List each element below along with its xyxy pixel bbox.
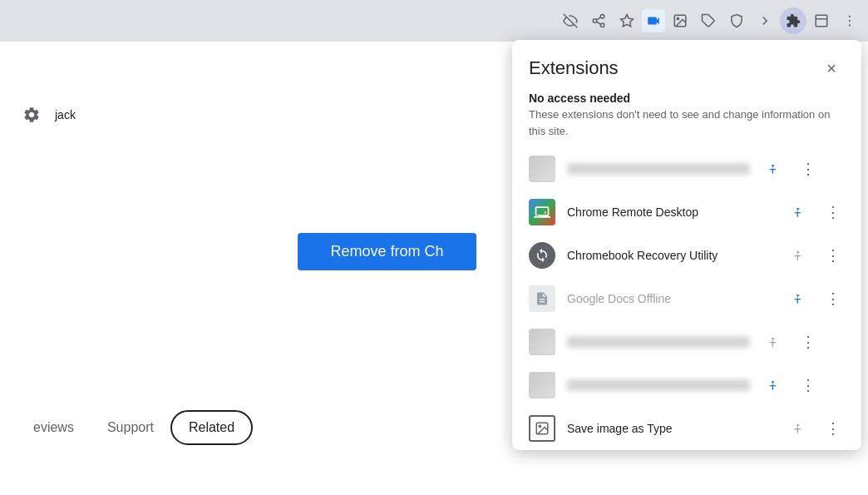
extensions-list: ⋮ Chrome Remote Desktop ⋮ [512, 147, 861, 450]
star-icon[interactable] [614, 7, 640, 34]
list-item[interactable]: Chromebook Recovery Utility ⋮ [512, 234, 861, 277]
svg-line-5 [596, 17, 600, 20]
menu-icon[interactable] [836, 7, 863, 34]
extension-icon-blurred-3 [529, 372, 555, 398]
forward-icon[interactable] [752, 7, 778, 34]
extension-name-chrome-remote-desktop: Chrome Remote Desktop [567, 205, 775, 219]
svg-point-1 [600, 15, 604, 19]
extension-name-blurred-1 [567, 163, 750, 175]
list-item[interactable]: Chrome Remote Desktop ⋮ [512, 191, 861, 234]
extension-icon-blurred-2 [529, 329, 555, 355]
svg-point-12 [849, 16, 851, 17]
more-button-chromebook-recovery[interactable]: ⋮ [821, 244, 845, 267]
svg-point-3 [600, 23, 604, 27]
svg-point-14 [849, 24, 851, 26]
extension-icon-chrome-remote-desktop [529, 199, 555, 225]
pin-icon-blurred-1[interactable] [762, 157, 785, 181]
svg-point-2 [593, 19, 597, 23]
extension-icon-google-docs-offline [529, 285, 555, 312]
chrome-toolbar [0, 0, 868, 42]
extensions-toolbar-icon[interactable] [780, 7, 806, 34]
list-item[interactable]: ⋮ [512, 364, 861, 407]
pin-icon-chromebook-recovery[interactable] [787, 244, 810, 267]
more-button-blurred-2[interactable]: ⋮ [796, 330, 820, 354]
more-button-blurred-1[interactable]: ⋮ [796, 157, 820, 181]
tab-related[interactable]: Related [170, 410, 253, 445]
shield-icon[interactable] [723, 7, 750, 34]
list-item[interactable]: ⋮ [512, 320, 861, 364]
puzzle-piece-icon[interactable] [695, 7, 722, 34]
section-description: These extensions don't need to see and c… [512, 106, 861, 147]
panel-title: Extensions [529, 57, 619, 79]
pin-icon-chrome-remote-desktop[interactable] [787, 200, 810, 224]
section-title: No access needed [512, 88, 861, 106]
eye-slash-icon[interactable] [557, 7, 584, 34]
extension-name-blurred-3 [567, 379, 750, 391]
zoom-icon[interactable] [642, 9, 665, 32]
tab-reviews[interactable]: eviews [17, 410, 91, 445]
list-item[interactable]: ⋮ [512, 147, 861, 191]
more-button-save-image[interactable]: ⋮ [821, 417, 845, 440]
tabs-area: eviews Support Related [0, 410, 253, 445]
tab-support[interactable]: Support [91, 410, 170, 445]
extension-icon-blurred-1 [529, 156, 555, 182]
extension-name-chromebook-recovery: Chromebook Recovery Utility [567, 249, 775, 262]
panel-header: Extensions × [512, 40, 861, 88]
extension-icon-save-image [529, 415, 555, 442]
extensions-panel: Extensions × No access needed These exte… [512, 40, 861, 450]
extension-name-google-docs-offline: Google Docs Offline [567, 292, 775, 305]
more-button-google-docs-offline[interactable]: ⋮ [821, 287, 845, 310]
list-item[interactable]: Save image as Type ⋮ [512, 407, 861, 450]
svg-marker-6 [621, 15, 634, 27]
extension-name-blurred-2 [567, 336, 750, 348]
pin-icon-blurred-3[interactable] [762, 374, 785, 397]
pin-icon-blurred-2[interactable] [762, 330, 785, 354]
svg-rect-10 [816, 15, 827, 27]
remove-button[interactable]: Remove from Ch [298, 233, 476, 270]
close-button[interactable]: × [818, 55, 845, 82]
pin-icon-save-image[interactable] [787, 417, 810, 440]
more-button-blurred-3[interactable]: ⋮ [796, 374, 820, 397]
more-button-chrome-remote-desktop[interactable]: ⋮ [821, 200, 845, 224]
svg-point-16 [539, 425, 540, 427]
username-display: jack [55, 108, 76, 121]
screenshot-icon[interactable] [667, 7, 693, 34]
list-item[interactable]: Google Docs Offline ⋮ [512, 277, 861, 320]
extension-icon-chromebook-recovery [529, 242, 555, 269]
extension-name-save-image: Save image as Type [567, 422, 775, 435]
window-icon[interactable] [808, 7, 835, 34]
svg-point-8 [677, 17, 678, 19]
svg-line-4 [596, 22, 600, 24]
svg-point-13 [849, 20, 851, 22]
share-icon[interactable] [585, 7, 612, 34]
pin-icon-google-docs-offline[interactable] [787, 287, 810, 310]
settings-icon[interactable] [17, 100, 47, 130]
